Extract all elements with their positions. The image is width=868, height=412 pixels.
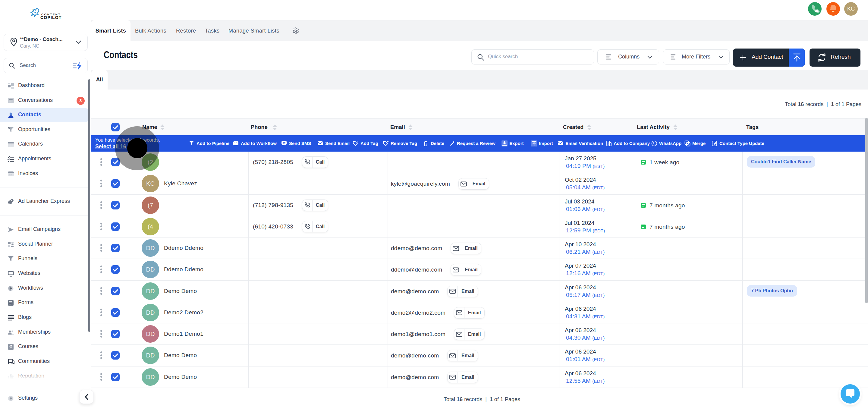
svg-text:COPILOT: COPILOT [40,15,62,20]
